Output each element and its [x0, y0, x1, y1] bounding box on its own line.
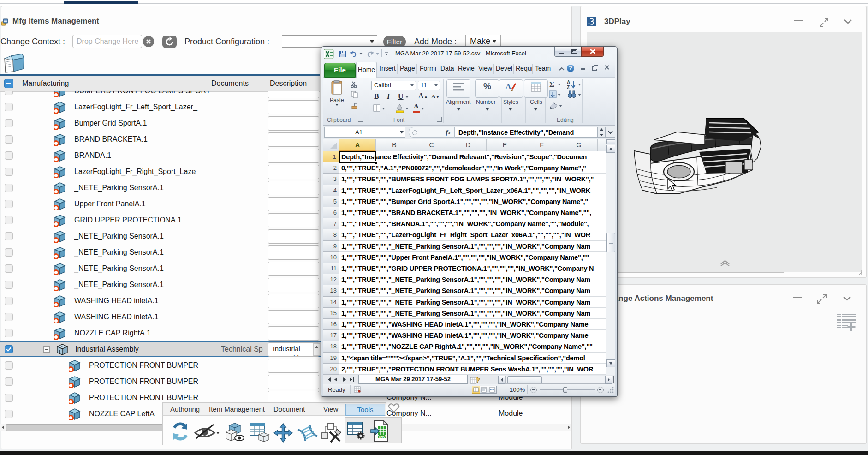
svg-text:CSV: CSV [379, 436, 386, 439]
svg-text:A: A [567, 80, 570, 85]
svg-text:Z: Z [567, 85, 570, 90]
svg-text:A: A [505, 82, 511, 91]
